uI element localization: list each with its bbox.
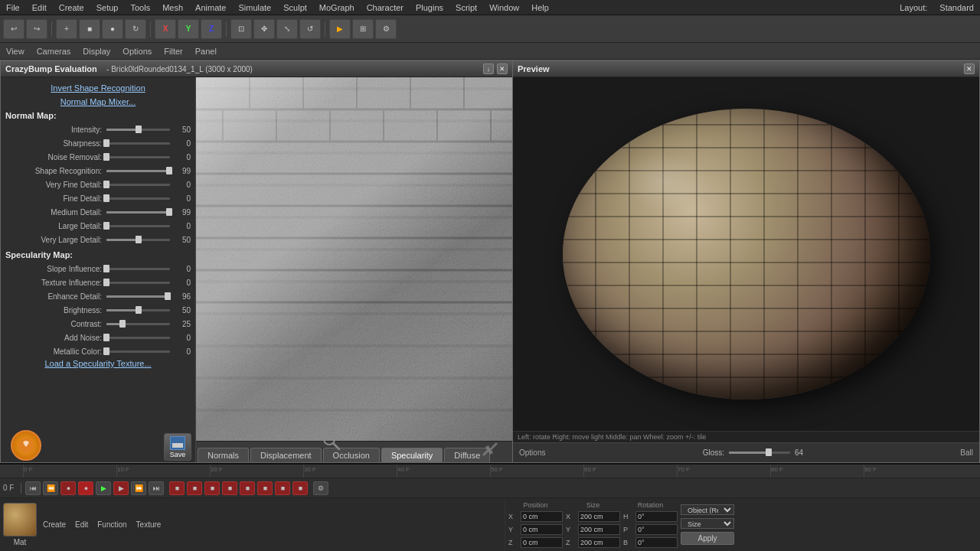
size-x-input[interactable] xyxy=(578,511,620,522)
select-button[interactable]: ⊡ xyxy=(230,19,252,39)
menu-sculpt[interactable]: Sculpt xyxy=(280,3,310,12)
gloss-slider[interactable] xyxy=(729,452,790,454)
tc-red-btn-8[interactable]: ■ xyxy=(292,481,308,495)
image-canvas[interactable] xyxy=(196,77,512,441)
tc-play-end[interactable]: ⏭ xyxy=(149,481,164,495)
rotation-h-input[interactable] xyxy=(635,511,678,522)
tc-red-btn-4[interactable]: ■ xyxy=(222,481,237,495)
tc-record-button[interactable]: ● xyxy=(60,481,76,495)
menu-create[interactable]: Create xyxy=(56,3,87,12)
menu-help[interactable]: Help xyxy=(528,3,552,12)
search-icon[interactable] xyxy=(322,432,341,452)
tc-separator-left xyxy=(21,483,21,494)
scale-button[interactable]: ⤡ xyxy=(276,19,298,39)
menu-animate[interactable]: Animate xyxy=(192,3,229,12)
menu-character[interactable]: Character xyxy=(364,3,407,12)
menu-edit[interactable]: Edit xyxy=(29,3,50,12)
tab-normals[interactable]: Normals xyxy=(198,448,249,462)
tc-red-btn-2[interactable]: ■ xyxy=(187,481,202,495)
redo-button[interactable]: ↪ xyxy=(26,19,47,39)
rotation-p-input[interactable] xyxy=(635,524,678,535)
slider-noise-removal: Noise Removal: 0 xyxy=(5,151,191,163)
tc-red-btn-5[interactable]: ■ xyxy=(240,481,255,495)
move-button[interactable]: ✥ xyxy=(253,19,275,39)
bottom-left-panel: Mat Create Edit Function Texture xyxy=(0,498,505,551)
shape-label[interactable]: Ball xyxy=(960,448,973,457)
z-axis-button[interactable]: Z xyxy=(201,19,222,39)
render-button[interactable]: ▶ xyxy=(329,19,351,39)
crazybump-download-button[interactable]: ↓ xyxy=(483,64,494,74)
slider-very-large-detail: Very Large Detail: 50 xyxy=(5,233,191,246)
sec-display[interactable]: Display xyxy=(80,47,113,56)
menu-plugins[interactable]: Plugins xyxy=(413,3,446,12)
preview-close-button[interactable]: ✕ xyxy=(964,64,975,74)
position-z-input[interactable] xyxy=(521,537,563,548)
tc-red-btn-7[interactable]: ■ xyxy=(275,481,290,495)
sec-view[interactable]: View xyxy=(3,47,28,56)
ruler-80: 80 F xyxy=(770,465,864,478)
sec-options[interactable]: Options xyxy=(119,47,155,56)
size-z-input[interactable] xyxy=(578,537,620,548)
tc-record2-button[interactable]: ● xyxy=(78,481,93,495)
menu-texture-mat[interactable]: Texture xyxy=(136,520,162,529)
crazybump-logo[interactable] xyxy=(11,430,41,461)
tab-specularity[interactable]: Specularity xyxy=(381,448,443,462)
tc-step-back[interactable]: ⏪ xyxy=(43,481,58,495)
crazybump-close-button[interactable]: ✕ xyxy=(497,64,508,74)
size-title: Size xyxy=(566,501,620,509)
layout-value[interactable]: Standard xyxy=(936,3,977,12)
menu-create-mat[interactable]: Create xyxy=(43,520,66,529)
menu-tools[interactable]: Tools xyxy=(127,3,153,12)
position-y-input[interactable] xyxy=(521,524,563,535)
tc-extra-btn[interactable]: ⚙ xyxy=(313,481,328,495)
material-icon[interactable] xyxy=(3,503,37,536)
tc-red-btn-3[interactable]: ■ xyxy=(204,481,220,495)
menu-edit-mat[interactable]: Edit xyxy=(75,520,88,529)
y-axis-button[interactable]: Y xyxy=(178,19,199,39)
menu-simulate[interactable]: Simulate xyxy=(235,3,274,12)
position-x-input[interactable] xyxy=(521,511,563,522)
tc-play[interactable]: ▶ xyxy=(96,481,111,495)
rotate-button[interactable]: ↻ xyxy=(125,19,146,39)
load-specularity-texture-button[interactable]: Load a Specularity Texture... xyxy=(5,359,191,368)
size-mode-dropdown[interactable]: Size xyxy=(681,518,734,529)
sec-panel[interactable]: Panel xyxy=(192,47,220,56)
cube-button[interactable]: ■ xyxy=(79,19,100,39)
rotation-b-row: B xyxy=(623,537,678,548)
menu-file[interactable]: File xyxy=(3,3,23,12)
render-region-button[interactable]: ⊞ xyxy=(352,19,374,39)
tab-displacement[interactable]: Displacement xyxy=(250,448,322,462)
tc-play-back[interactable]: ⏮ xyxy=(25,481,41,495)
rotation-b-input[interactable] xyxy=(635,537,678,548)
normal-mixer-button[interactable]: Normal Map Mixer... xyxy=(5,97,191,106)
x-axis-button[interactable]: X xyxy=(155,19,176,39)
save-button[interactable]: Save xyxy=(164,433,191,461)
menu-function-mat[interactable]: Function xyxy=(97,520,126,529)
tc-play-record-button[interactable]: ▶ xyxy=(113,481,129,495)
object-mode-dropdown[interactable]: Object (Rel) xyxy=(681,504,734,515)
options-label[interactable]: Options xyxy=(519,448,545,457)
sec-cameras[interactable]: Cameras xyxy=(34,47,74,56)
menu-setup[interactable]: Setup xyxy=(93,3,122,12)
tc-red-btn-1[interactable]: ■ xyxy=(169,481,185,495)
ruler-60: 60 F xyxy=(583,465,677,478)
size-y-input[interactable] xyxy=(578,524,620,535)
undo-button[interactable]: ↩ xyxy=(3,19,24,39)
sec-filter[interactable]: Filter xyxy=(161,47,185,56)
wrench-icon[interactable] xyxy=(481,439,501,459)
invert-shape-button[interactable]: Invert Shape Recognition xyxy=(5,83,191,93)
preview-viewport[interactable] xyxy=(513,77,979,431)
preview-titlebar: Preview ✕ xyxy=(513,60,979,77)
render-settings-button[interactable]: ⚙ xyxy=(375,19,397,39)
menu-mograph[interactable]: MoGraph xyxy=(316,3,358,12)
tc-step-forward[interactable]: ⏩ xyxy=(131,481,146,495)
new-object-button[interactable]: + xyxy=(56,19,77,39)
rotate-tool-button[interactable]: ↺ xyxy=(299,19,321,39)
menu-window[interactable]: Window xyxy=(486,3,522,12)
sphere-button[interactable]: ● xyxy=(102,19,123,39)
apply-button[interactable]: Apply xyxy=(681,532,734,545)
menu-script[interactable]: Script xyxy=(452,3,480,12)
menu-mesh[interactable]: Mesh xyxy=(159,3,186,12)
search-icon-area xyxy=(322,432,341,453)
tc-red-btn-6[interactable]: ■ xyxy=(257,481,273,495)
